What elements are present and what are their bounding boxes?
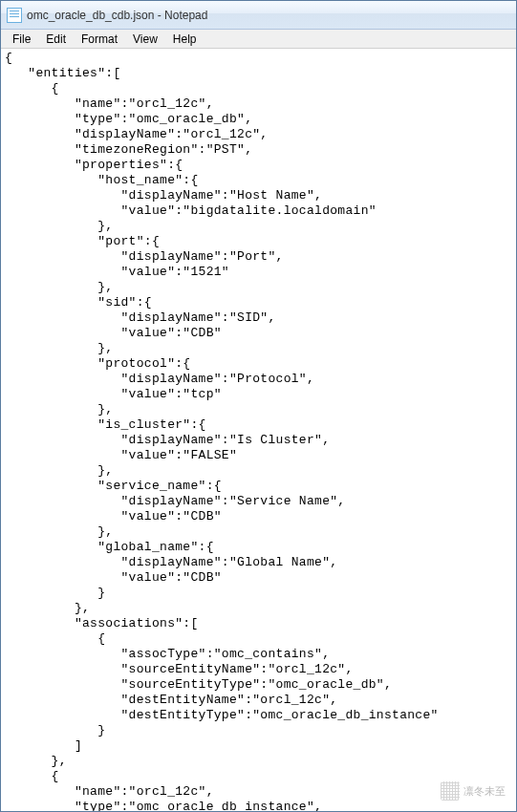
- editor-content[interactable]: { "entities":[ { "name":"orcl_12c", "typ…: [1, 49, 516, 811]
- menu-help[interactable]: Help: [165, 31, 205, 48]
- notepad-icon: [7, 8, 22, 23]
- menu-edit[interactable]: Edit: [38, 31, 74, 48]
- window-title: omc_oracle_db_cdb.json - Notepad: [27, 9, 207, 22]
- menu-bar: File Edit Format View Help: [1, 30, 516, 49]
- watermark-text: 凛冬未至: [463, 784, 506, 799]
- watermark: 凛冬未至: [441, 781, 506, 801]
- menu-view[interactable]: View: [125, 31, 165, 48]
- menu-format[interactable]: Format: [74, 31, 125, 48]
- title-bar[interactable]: omc_oracle_db_cdb.json - Notepad: [1, 1, 516, 30]
- menu-file[interactable]: File: [5, 31, 38, 48]
- qr-icon: [441, 781, 460, 801]
